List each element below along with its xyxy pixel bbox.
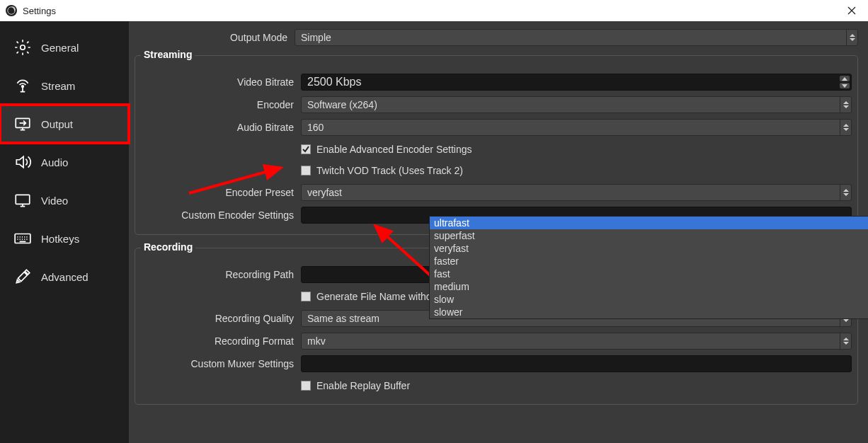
output-mode-label: Output Mode: [135, 32, 295, 43]
preset-option[interactable]: slower: [430, 306, 868, 318]
twitch-vod-track-checkbox[interactable]: [301, 166, 311, 176]
sidebar-item-general[interactable]: General: [0, 28, 129, 67]
enable-replay-buffer-checkbox[interactable]: [301, 381, 311, 391]
encoder-preset-label: Encoder Preset: [141, 187, 301, 198]
recording-format-select[interactable]: mkv: [301, 333, 852, 350]
monitor-output-icon: [13, 114, 33, 134]
streaming-title: Streaming: [141, 49, 195, 60]
preset-option[interactable]: fast: [430, 267, 868, 280]
sidebar-item-label: Advanced: [41, 271, 88, 283]
spinner-icon[interactable]: [840, 75, 850, 89]
sidebar-item-audio[interactable]: Audio: [0, 143, 129, 181]
enable-advanced-encoder-checkbox[interactable]: [301, 144, 311, 154]
tools-icon: [13, 267, 33, 287]
audio-bitrate-select[interactable]: 160: [301, 119, 852, 136]
keyboard-icon: [13, 229, 33, 248]
svg-point-5: [22, 86, 24, 88]
preset-option[interactable]: slow: [430, 293, 868, 306]
sidebar-item-label: Hotkeys: [41, 233, 79, 245]
custom-encoder-settings-label: Custom Encoder Settings: [141, 209, 301, 221]
recording-path-label: Recording Path: [141, 269, 301, 280]
encoder-label: Encoder: [141, 99, 301, 110]
custom-muxer-settings-input[interactable]: [301, 355, 852, 372]
video-bitrate-label: Video Bitrate: [141, 76, 301, 88]
enable-replay-buffer-label: Enable Replay Buffer: [316, 380, 410, 391]
sidebar-item-video[interactable]: Video: [0, 181, 129, 219]
chevron-updown-icon: [846, 30, 857, 45]
streaming-group: Streaming Video Bitrate 2500 Kbps Encode…: [135, 55, 858, 235]
chevron-updown-icon: [840, 185, 851, 200]
video-bitrate-input[interactable]: 2500 Kbps: [301, 74, 852, 91]
sidebar-item-label: Video: [41, 195, 68, 207]
recording-title: Recording: [141, 241, 195, 253]
gear-icon: [13, 38, 33, 57]
sidebar-item-label: Stream: [41, 80, 75, 92]
recording-format-label: Recording Format: [141, 335, 301, 347]
settings-main: Output Mode Simple Streaming Video Bitra…: [129, 21, 868, 443]
chevron-updown-icon: [840, 333, 851, 349]
chevron-updown-icon: [840, 97, 851, 113]
monitor-icon: [13, 190, 33, 210]
encoder-preset-select[interactable]: veryfast: [301, 184, 852, 201]
encoder-select[interactable]: Software (x264): [301, 96, 852, 113]
encoder-preset-dropdown[interactable]: ultrafastsuperfastveryfastfasterfastmedi…: [429, 216, 868, 319]
sidebar-item-label: General: [41, 42, 79, 54]
sidebar-item-label: Audio: [41, 156, 68, 168]
svg-rect-7: [16, 195, 30, 204]
preset-option[interactable]: ultrafast: [430, 217, 868, 229]
generate-filename-nospace-checkbox[interactable]: [301, 292, 311, 301]
output-mode-select[interactable]: Simple: [295, 29, 858, 46]
chevron-updown-icon: [840, 120, 851, 135]
window-title: Settings: [23, 6, 56, 16]
preset-option[interactable]: superfast: [430, 229, 868, 242]
broadcast-icon: [13, 76, 33, 96]
audio-bitrate-label: Audio Bitrate: [141, 122, 301, 133]
sidebar-item-stream[interactable]: Stream: [0, 67, 129, 105]
preset-option[interactable]: faster: [430, 255, 868, 267]
sidebar-item-advanced[interactable]: Advanced: [0, 258, 129, 296]
close-button[interactable]: [841, 0, 862, 21]
title-bar: Settings: [0, 0, 868, 21]
twitch-vod-track-label: Twitch VOD Track (Uses Track 2): [316, 165, 463, 176]
custom-muxer-settings-label: Custom Muxer Settings: [141, 358, 301, 369]
sidebar-item-label: Output: [41, 118, 73, 130]
app-logo-icon: [6, 5, 17, 16]
sidebar-item-hotkeys[interactable]: Hotkeys: [0, 219, 129, 258]
settings-sidebar: General Stream Output Audio Video Hotkey…: [0, 21, 129, 443]
recording-quality-label: Recording Quality: [141, 313, 301, 324]
preset-option[interactable]: medium: [430, 280, 868, 293]
svg-point-4: [21, 45, 25, 50]
speaker-icon: [13, 152, 33, 172]
sidebar-item-output[interactable]: Output: [0, 105, 129, 143]
enable-advanced-encoder-label: Enable Advanced Encoder Settings: [316, 144, 472, 155]
preset-option[interactable]: veryfast: [430, 242, 868, 255]
